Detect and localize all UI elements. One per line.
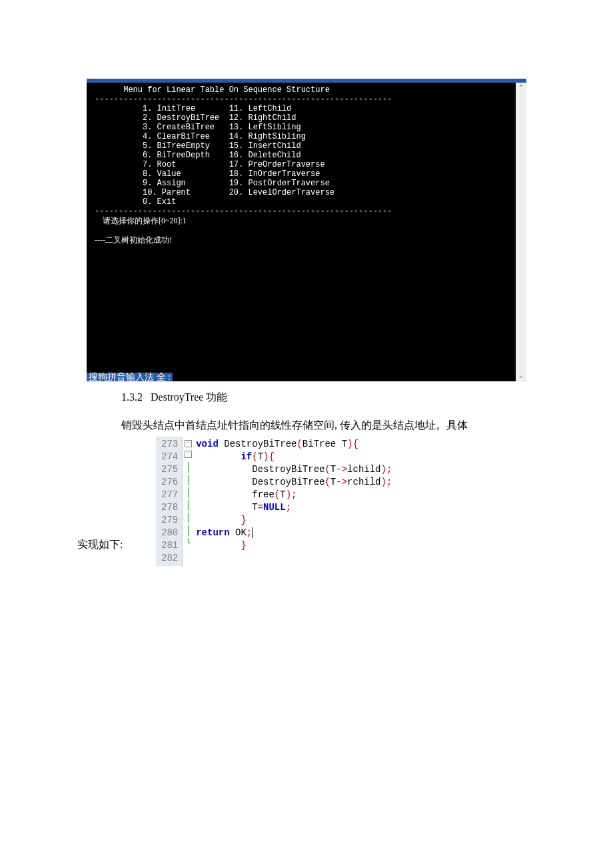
divider-top: ----------------------------------------… (95, 95, 392, 104)
line-no: 277 (161, 489, 178, 501)
line-no: 279 (161, 514, 178, 527)
code-line (196, 552, 392, 565)
ime-bar[interactable]: 搜狗拼音输入法 全 : (87, 373, 173, 381)
scrollbar[interactable]: ⌃ ⌄ (516, 83, 526, 381)
divider-bottom: ----------------------------------------… (95, 207, 392, 216)
section-heading: 1.3.2 DestroyTree 功能 (121, 391, 526, 405)
line-no: 276 (161, 476, 178, 489)
code-line: return OK; (196, 527, 392, 539)
code-line: free(T); (196, 489, 392, 501)
code-line: } (196, 514, 392, 527)
line-no: 278 (161, 501, 178, 514)
menu-block: 1. InitTree 11. LeftChild 2. DestroyBiTr… (95, 104, 334, 207)
console-header: Menu for Linear Table On Sequence Struct… (95, 85, 330, 95)
line-no: 282 (161, 552, 178, 565)
fold-bar: │ (183, 525, 193, 537)
fold-empty (183, 550, 193, 563)
result-line: ----二叉树初始化成功! (95, 235, 172, 245)
code-gutter: 273274275276277278279280281282 (156, 437, 183, 566)
line-no: 275 (161, 463, 178, 476)
fold-bar: │ (183, 461, 193, 474)
section-title: DestroyTree 功能 (151, 391, 227, 403)
fold-end-icon: └ (183, 537, 193, 550)
console-content: Menu for Linear Table On Sequence Struct… (95, 85, 509, 283)
code-line: void DestroyBiTree(BiTree T){ (196, 438, 392, 451)
code-region: 实现如下: 273274275276277278279280281282 −−│… (156, 437, 432, 566)
section-number: 1.3.2 (121, 391, 143, 403)
line-no: 273 (161, 438, 178, 451)
fold-bar: │ (183, 487, 193, 499)
code-line: } (196, 539, 392, 552)
console-titlebar (87, 79, 526, 83)
fold-minus-icon[interactable]: − (185, 440, 192, 447)
prompt-line: 请选择你的操作[0~20]:1 (95, 216, 187, 225)
fold-bar: │ (183, 499, 193, 512)
code-block: 273274275276277278279280281282 −−││││││└… (156, 437, 432, 566)
paragraph: 销毁头结点中首结点址针指向的线性存储空间, 传入的是头结点地址。具体 (121, 417, 526, 434)
line-no: 281 (161, 539, 178, 552)
code-line: if(T){ (196, 451, 392, 463)
code-body: void DestroyBiTree(BiTree T){ if(T){ Des… (193, 437, 394, 566)
code-line: DestroyBiTree(T->rchild); (196, 476, 392, 489)
line-no: 280 (161, 527, 178, 539)
line-no: 274 (161, 451, 178, 463)
code-line: T=NULL; (196, 501, 392, 514)
fold-minus-icon[interactable]: − (185, 451, 192, 458)
fold-bar: │ (183, 474, 193, 487)
code-line: DestroyBiTree(T->lchild); (196, 463, 392, 476)
scroll-down-icon[interactable]: ⌄ (516, 371, 526, 381)
impl-label: 实现如下: (77, 538, 123, 552)
code-fold-column: −−││││││└ (183, 437, 193, 566)
console-window: ⌃ ⌄ Menu for Linear Table On Sequence St… (87, 79, 526, 381)
fold-bar: │ (183, 512, 193, 525)
scroll-up-icon[interactable]: ⌃ (516, 83, 526, 93)
